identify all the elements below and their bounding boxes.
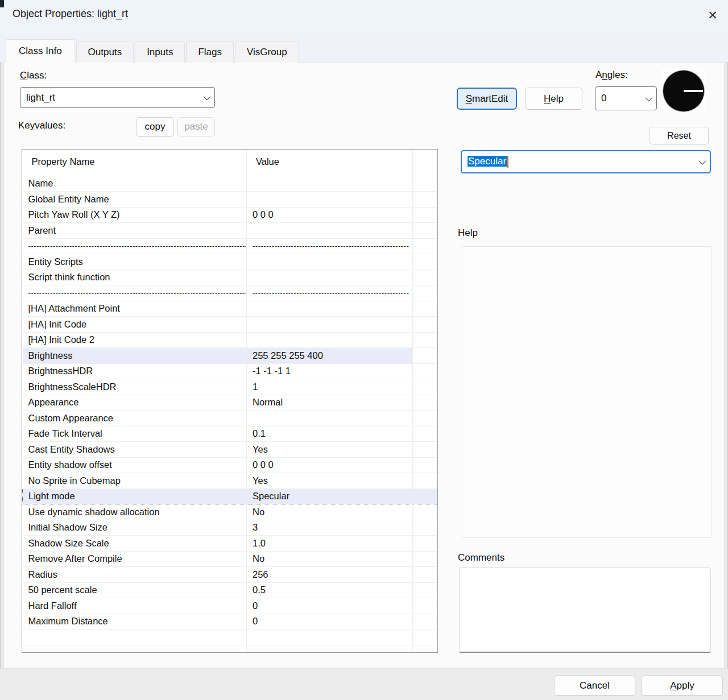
keyvalue-choices-combobox[interactable]: Specular: [461, 150, 711, 173]
angle-dial-needle: [684, 90, 703, 92]
tab-visgroup[interactable]: VisGroup: [235, 42, 299, 63]
table-row[interactable]: [HA] Init Code: [23, 317, 438, 333]
property-value-cell: [247, 270, 413, 285]
chevron-down-icon: [204, 93, 211, 101]
table-row[interactable]: BrightnessScaleHDR1: [23, 379, 438, 395]
cancel-button[interactable]: Cancel: [554, 676, 635, 696]
table-header-row: Property Name Value: [23, 150, 438, 176]
property-name-cell: No Sprite in Cubemap: [23, 473, 247, 489]
apply-button[interactable]: Apply: [642, 676, 723, 696]
property-value-cell: 0 0 0: [247, 207, 413, 223]
property-value-cell: [247, 317, 413, 333]
table-row[interactable]: ----------------------------------------…: [23, 238, 438, 254]
property-extra-cell: [413, 629, 438, 645]
tab-outputs[interactable]: Outputs: [76, 42, 134, 63]
copy-button[interactable]: copy: [136, 117, 174, 136]
tab-flags[interactable]: Flags: [186, 42, 234, 63]
table-row[interactable]: Radius256: [23, 567, 438, 583]
smartedit-button[interactable]: SmartEdit: [457, 88, 517, 110]
table-row[interactable]: Name: [23, 176, 438, 192]
property-value-cell: [247, 254, 413, 270]
angle-dial-circle: [663, 71, 704, 111]
table-row[interactable]: Script think function: [23, 270, 438, 285]
close-button[interactable]: ✕: [703, 6, 722, 25]
paste-button[interactable]: paste: [177, 117, 215, 136]
property-name-cell: Light mode: [23, 488, 247, 504]
property-extra-cell: [413, 270, 438, 285]
property-value-cell: [247, 629, 413, 645]
tab-strip: Class Info Outputs Inputs Flags VisGroup: [6, 39, 300, 63]
property-extra-cell: [413, 332, 438, 348]
table-row[interactable]: Brightness255 255 255 400: [23, 348, 438, 364]
angles-combobox[interactable]: 0: [595, 86, 657, 110]
table-row[interactable]: Maximum Distance0: [23, 614, 438, 629]
window-title: Object Properties: light_rt: [13, 8, 128, 20]
table-row[interactable]: No Sprite in CubemapYes: [23, 473, 438, 489]
table-row[interactable]: [HA] Init Code 2: [23, 332, 438, 348]
table-row[interactable]: BrightnessHDR-1 -1 -1 1: [23, 363, 438, 379]
property-value-cell: [247, 192, 413, 208]
help-panel-content: [462, 246, 712, 538]
table-row[interactable]: AppearanceNormal: [23, 395, 438, 411]
text-caret: [507, 156, 508, 168]
table-row[interactable]: Global Entity Name: [23, 192, 438, 208]
property-name-cell: Initial Shadow Size: [23, 520, 247, 536]
table-row[interactable]: Parent: [23, 223, 438, 239]
property-value-cell: -1 -1 -1 1: [247, 363, 413, 379]
property-value-cell: [247, 223, 413, 239]
tab-inputs[interactable]: Inputs: [135, 42, 185, 63]
property-value-cell: [247, 332, 413, 348]
table-row[interactable]: Fade Tick Interval0.1: [23, 426, 438, 442]
table-row[interactable]: [23, 645, 438, 653]
table-row[interactable]: Entity Scripts: [23, 254, 438, 270]
keyvalue-choices-value: Specular: [468, 156, 699, 168]
property-extra-cell: [413, 254, 438, 270]
column-header-property-name[interactable]: Property Name: [23, 150, 247, 176]
angle-dial[interactable]: [661, 69, 705, 113]
property-name-cell: Entity shadow offset: [23, 457, 247, 473]
property-name-cell: ----------------------------------------…: [23, 238, 247, 254]
property-name-cell: ----------------------------------------…: [23, 285, 247, 301]
property-extra-cell: [413, 285, 438, 301]
property-value-cell: 256: [247, 567, 413, 583]
chevron-down-icon: [646, 94, 653, 101]
property-extra-cell: [413, 426, 438, 442]
property-extra-cell: [413, 473, 438, 489]
property-extra-cell: [413, 317, 438, 333]
property-extra-cell: [413, 176, 438, 192]
table-row[interactable]: Hard Falloff0: [23, 598, 438, 614]
class-label: Class:: [20, 70, 47, 81]
property-value-cell: Specular: [247, 488, 413, 504]
help-button[interactable]: Help: [525, 88, 582, 110]
property-name-cell: Name: [23, 176, 247, 192]
comments-textarea[interactable]: [459, 568, 711, 653]
table-row[interactable]: Use dynamic shadow allocationNo: [23, 504, 438, 520]
class-combobox[interactable]: light_rt: [20, 87, 215, 108]
table-row[interactable]: [HA] Attachment Point: [23, 301, 438, 317]
property-value-cell: Yes: [247, 473, 413, 489]
property-grid: Property Name Value NameGlobal Entity Na…: [22, 149, 438, 653]
property-value-cell: 0.5: [247, 582, 413, 598]
property-extra-cell: [413, 488, 438, 504]
property-name-cell: 50 percent scale: [23, 582, 247, 598]
tab-class-info[interactable]: Class Info: [6, 39, 75, 63]
column-header-value[interactable]: Value: [247, 150, 413, 176]
table-row[interactable]: [23, 629, 438, 645]
reset-button[interactable]: Reset: [650, 127, 709, 144]
property-value-cell: Yes: [247, 442, 413, 458]
table-row[interactable]: Entity shadow offset0 0 0: [23, 457, 438, 473]
property-extra-cell: [413, 348, 438, 364]
table-row[interactable]: 50 percent scale0.5: [23, 582, 438, 598]
table-row[interactable]: Pitch Yaw Roll (X Y Z)0 0 0: [23, 207, 438, 223]
table-row[interactable]: Light modeSpecular: [23, 488, 438, 504]
table-row[interactable]: Cast Entity ShadowsYes: [23, 442, 438, 458]
angles-label: Angles:: [595, 69, 628, 81]
table-row[interactable]: Initial Shadow Size3: [23, 520, 438, 536]
table-row[interactable]: Remove After CompileNo: [23, 551, 438, 567]
table-row[interactable]: Custom Appearance: [23, 411, 438, 426]
table-row[interactable]: Shadow Size Scale1.0: [23, 536, 438, 552]
table-row[interactable]: ----------------------------------------…: [23, 285, 438, 301]
title-bar: Object Properties: light_rt ✕: [0, 0, 728, 31]
property-extra-cell: [413, 582, 438, 598]
column-header-extra: [413, 150, 438, 176]
